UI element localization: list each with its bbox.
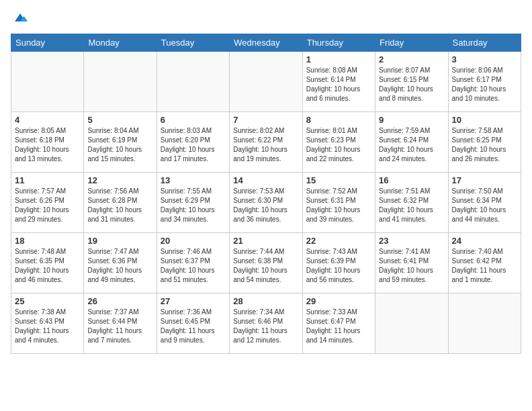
calendar-cell: 19Sunrise: 7:47 AM Sunset: 6:36 PM Dayli…	[84, 233, 157, 293]
calendar-cell	[84, 52, 157, 112]
calendar-cell	[157, 52, 229, 112]
cell-day-number: 16	[379, 175, 444, 185]
calendar-cell: 12Sunrise: 7:56 AM Sunset: 6:28 PM Dayli…	[84, 173, 157, 233]
calendar-cell: 14Sunrise: 7:53 AM Sunset: 6:30 PM Dayli…	[230, 173, 302, 233]
calendar-cell: 28Sunrise: 7:34 AM Sunset: 6:46 PM Dayli…	[230, 293, 302, 354]
calendar-cell: 23Sunrise: 7:41 AM Sunset: 6:41 PM Dayli…	[375, 233, 448, 293]
cell-info-text: Sunrise: 8:03 AM Sunset: 6:20 PM Dayligh…	[161, 126, 226, 164]
calendar-cell: 8Sunrise: 8:01 AM Sunset: 6:23 PM Daylig…	[302, 112, 375, 173]
cell-day-number: 29	[306, 296, 371, 306]
logo	[11, 11, 28, 27]
weekday-header-sunday: Sunday	[11, 34, 84, 52]
calendar-week-row-3: 18Sunrise: 7:48 AM Sunset: 6:35 PM Dayli…	[11, 233, 521, 293]
page-header	[11, 11, 521, 27]
calendar-cell: 16Sunrise: 7:51 AM Sunset: 6:32 PM Dayli…	[375, 173, 448, 233]
calendar-cell: 18Sunrise: 7:48 AM Sunset: 6:35 PM Dayli…	[11, 233, 84, 293]
calendar-cell: 24Sunrise: 7:40 AM Sunset: 6:42 PM Dayli…	[448, 233, 521, 293]
cell-info-text: Sunrise: 7:59 AM Sunset: 6:24 PM Dayligh…	[379, 126, 444, 164]
calendar-cell: 1Sunrise: 8:08 AM Sunset: 6:14 PM Daylig…	[302, 52, 375, 112]
cell-info-text: Sunrise: 7:37 AM Sunset: 6:44 PM Dayligh…	[87, 308, 152, 345]
cell-info-text: Sunrise: 8:01 AM Sunset: 6:23 PM Dayligh…	[306, 126, 371, 164]
cell-info-text: Sunrise: 7:48 AM Sunset: 6:35 PM Dayligh…	[15, 247, 80, 285]
cell-day-number: 7	[233, 115, 298, 125]
calendar-cell: 22Sunrise: 7:43 AM Sunset: 6:39 PM Dayli…	[302, 233, 375, 293]
cell-day-number: 22	[306, 236, 371, 246]
cell-day-number: 20	[161, 236, 226, 246]
cell-day-number: 12	[87, 175, 152, 185]
weekday-header-saturday: Saturday	[448, 34, 521, 52]
cell-info-text: Sunrise: 7:57 AM Sunset: 6:26 PM Dayligh…	[15, 187, 80, 224]
calendar-cell: 5Sunrise: 8:04 AM Sunset: 6:19 PM Daylig…	[84, 112, 157, 173]
cell-info-text: Sunrise: 7:52 AM Sunset: 6:31 PM Dayligh…	[306, 187, 371, 224]
calendar-week-row-4: 25Sunrise: 7:38 AM Sunset: 6:43 PM Dayli…	[11, 293, 521, 354]
weekday-header-tuesday: Tuesday	[157, 34, 229, 52]
cell-day-number: 17	[452, 175, 517, 185]
cell-day-number: 5	[87, 115, 152, 125]
calendar-cell: 29Sunrise: 7:33 AM Sunset: 6:47 PM Dayli…	[302, 293, 375, 354]
cell-info-text: Sunrise: 7:43 AM Sunset: 6:39 PM Dayligh…	[306, 247, 371, 285]
cell-day-number: 25	[15, 296, 80, 306]
calendar-cell	[11, 52, 84, 112]
cell-info-text: Sunrise: 7:47 AM Sunset: 6:36 PM Dayligh…	[87, 247, 152, 285]
cell-day-number: 15	[306, 175, 371, 185]
weekday-header-row: SundayMondayTuesdayWednesdayThursdayFrid…	[11, 34, 521, 52]
cell-day-number: 27	[161, 296, 226, 306]
calendar-cell	[375, 293, 448, 354]
cell-info-text: Sunrise: 7:58 AM Sunset: 6:25 PM Dayligh…	[452, 126, 517, 164]
cell-info-text: Sunrise: 7:36 AM Sunset: 6:45 PM Dayligh…	[161, 308, 226, 345]
weekday-header-wednesday: Wednesday	[230, 34, 302, 52]
cell-info-text: Sunrise: 7:44 AM Sunset: 6:38 PM Dayligh…	[233, 247, 298, 285]
cell-day-number: 6	[161, 115, 226, 125]
cell-info-text: Sunrise: 7:40 AM Sunset: 6:42 PM Dayligh…	[452, 247, 517, 285]
calendar-cell: 21Sunrise: 7:44 AM Sunset: 6:38 PM Dayli…	[230, 233, 302, 293]
calendar-cell: 11Sunrise: 7:57 AM Sunset: 6:26 PM Dayli…	[11, 173, 84, 233]
calendar-cell: 9Sunrise: 7:59 AM Sunset: 6:24 PM Daylig…	[375, 112, 448, 173]
cell-info-text: Sunrise: 8:05 AM Sunset: 6:18 PM Dayligh…	[15, 126, 80, 164]
weekday-header-monday: Monday	[84, 34, 157, 52]
calendar-table: SundayMondayTuesdayWednesdayThursdayFrid…	[11, 34, 521, 354]
cell-day-number: 18	[15, 236, 80, 246]
cell-info-text: Sunrise: 7:50 AM Sunset: 6:34 PM Dayligh…	[452, 187, 517, 224]
calendar-cell: 2Sunrise: 8:07 AM Sunset: 6:15 PM Daylig…	[375, 52, 448, 112]
calendar-cell: 17Sunrise: 7:50 AM Sunset: 6:34 PM Dayli…	[448, 173, 521, 233]
cell-info-text: Sunrise: 8:06 AM Sunset: 6:17 PM Dayligh…	[452, 66, 517, 103]
cell-day-number: 21	[233, 236, 298, 246]
calendar-cell: 15Sunrise: 7:52 AM Sunset: 6:31 PM Dayli…	[302, 173, 375, 233]
cell-info-text: Sunrise: 7:56 AM Sunset: 6:28 PM Dayligh…	[87, 187, 152, 224]
cell-info-text: Sunrise: 7:38 AM Sunset: 6:43 PM Dayligh…	[15, 308, 80, 345]
cell-day-number: 4	[15, 115, 80, 125]
weekday-header-thursday: Thursday	[302, 34, 375, 52]
cell-day-number: 8	[306, 115, 371, 125]
calendar-week-row-2: 11Sunrise: 7:57 AM Sunset: 6:26 PM Dayli…	[11, 173, 521, 233]
calendar-cell: 26Sunrise: 7:37 AM Sunset: 6:44 PM Dayli…	[84, 293, 157, 354]
cell-day-number: 19	[87, 236, 152, 246]
cell-info-text: Sunrise: 8:07 AM Sunset: 6:15 PM Dayligh…	[379, 66, 444, 103]
calendar-cell: 25Sunrise: 7:38 AM Sunset: 6:43 PM Dayli…	[11, 293, 84, 354]
calendar-cell: 3Sunrise: 8:06 AM Sunset: 6:17 PM Daylig…	[448, 52, 521, 112]
cell-info-text: Sunrise: 7:46 AM Sunset: 6:37 PM Dayligh…	[161, 247, 226, 285]
cell-day-number: 1	[306, 54, 371, 64]
calendar-cell: 13Sunrise: 7:55 AM Sunset: 6:29 PM Dayli…	[157, 173, 229, 233]
cell-info-text: Sunrise: 7:53 AM Sunset: 6:30 PM Dayligh…	[233, 187, 298, 224]
cell-day-number: 28	[233, 296, 298, 306]
calendar-week-row-1: 4Sunrise: 8:05 AM Sunset: 6:18 PM Daylig…	[11, 112, 521, 173]
calendar-cell: 6Sunrise: 8:03 AM Sunset: 6:20 PM Daylig…	[157, 112, 229, 173]
calendar-cell: 20Sunrise: 7:46 AM Sunset: 6:37 PM Dayli…	[157, 233, 229, 293]
logo-icon	[12, 11, 28, 27]
calendar-cell: 10Sunrise: 7:58 AM Sunset: 6:25 PM Dayli…	[448, 112, 521, 173]
cell-info-text: Sunrise: 8:02 AM Sunset: 6:22 PM Dayligh…	[233, 126, 298, 164]
cell-info-text: Sunrise: 8:08 AM Sunset: 6:14 PM Dayligh…	[306, 66, 371, 103]
cell-info-text: Sunrise: 7:41 AM Sunset: 6:41 PM Dayligh…	[379, 247, 444, 285]
cell-day-number: 3	[452, 54, 517, 64]
cell-day-number: 9	[379, 115, 444, 125]
cell-day-number: 26	[87, 296, 152, 306]
cell-info-text: Sunrise: 7:33 AM Sunset: 6:47 PM Dayligh…	[306, 308, 371, 345]
cell-day-number: 23	[379, 236, 444, 246]
calendar-cell	[448, 293, 521, 354]
calendar-week-row-0: 1Sunrise: 8:08 AM Sunset: 6:14 PM Daylig…	[11, 52, 521, 112]
weekday-header-friday: Friday	[375, 34, 448, 52]
cell-day-number: 2	[379, 54, 444, 64]
cell-info-text: Sunrise: 8:04 AM Sunset: 6:19 PM Dayligh…	[87, 126, 152, 164]
cell-day-number: 14	[233, 175, 298, 185]
calendar-cell: 7Sunrise: 8:02 AM Sunset: 6:22 PM Daylig…	[230, 112, 302, 173]
